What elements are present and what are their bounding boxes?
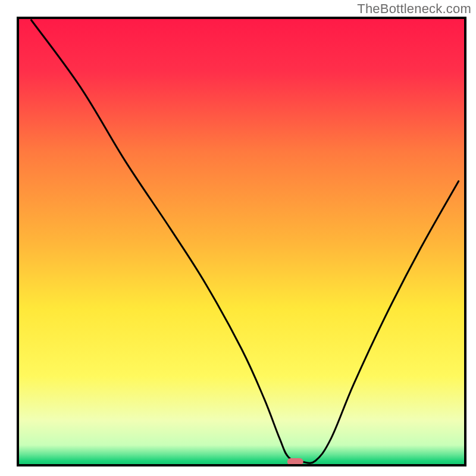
watermark-text: TheBottleneck.com [357,1,471,17]
gradient-background [18,18,465,465]
chart-container: TheBottleneck.com [0,0,476,476]
plot-area [18,18,465,465]
bottleneck-chart [0,0,476,476]
